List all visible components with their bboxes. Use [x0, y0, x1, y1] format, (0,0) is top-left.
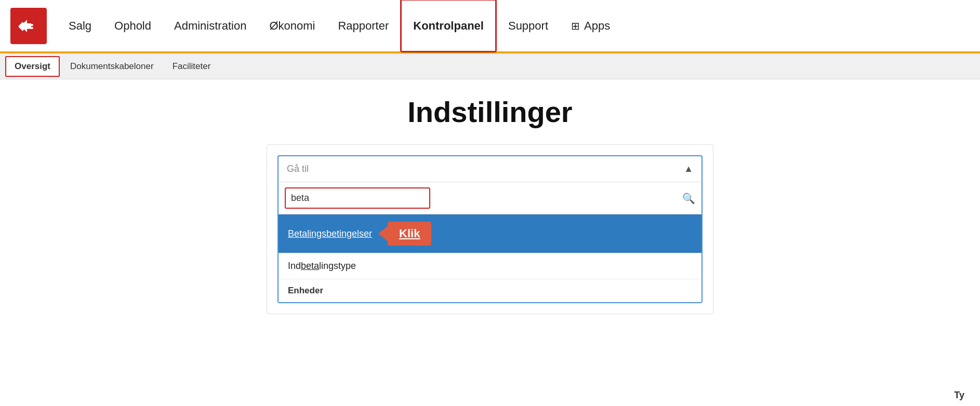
- nav-item-ophold[interactable]: Ophold: [103, 0, 163, 52]
- subnav-item-dokumentskabeloner[interactable]: Dokumentskabeloner: [62, 56, 162, 77]
- search-input[interactable]: [285, 187, 430, 209]
- apps-grid-icon: ⊞: [571, 20, 580, 32]
- search-icon: 🔍: [682, 192, 695, 205]
- nav-item-apps[interactable]: ⊞ Apps: [560, 0, 621, 52]
- page-title: Indstillinger: [21, 95, 959, 129]
- subnav-item-oversigt[interactable]: Oversigt: [5, 56, 60, 77]
- nav-items: Salg Ophold Administration Økonomi Rappo…: [57, 0, 970, 52]
- logo[interactable]: ⇐: [10, 8, 47, 44]
- subnav: Oversigt Dokumentskabeloner Faciliteter: [0, 53, 980, 79]
- dropdown-label: Gå til: [287, 164, 309, 174]
- subnav-item-faciliteter[interactable]: Faciliteter: [164, 56, 219, 77]
- dropdown-container: Gå til ▲ 🔍 Betalingsbetingelser Klik Ind…: [277, 155, 703, 303]
- dropdown-item-indbetalingstype[interactable]: Indbetalingstype: [279, 253, 701, 279]
- navbar: ⇐ Salg Ophold Administration Økonomi Rap…: [0, 0, 980, 53]
- dropdown-search-row: 🔍: [279, 182, 701, 214]
- nav-item-administration[interactable]: Administration: [163, 0, 258, 52]
- nav-item-salg[interactable]: Salg: [57, 0, 103, 52]
- dropdown-item-betalingsbetingelser[interactable]: Betalingsbetingelser Klik: [279, 214, 701, 253]
- nav-item-rapporter[interactable]: Rapporter: [326, 0, 400, 52]
- nav-item-support[interactable]: Support: [497, 0, 560, 52]
- dropdown-arrow-icon: ▲: [684, 164, 693, 174]
- item-label-indbetalingstype: Indbetalingstype: [288, 261, 356, 272]
- main-content: Indstillinger Gå til ▲ 🔍 Betalingsbeting…: [0, 79, 980, 330]
- bottom-right-label: Ty: [954, 390, 964, 401]
- svg-text:⇐: ⇐: [18, 16, 33, 37]
- klik-badge: Klik: [388, 222, 431, 246]
- nav-item-kontrolpanel[interactable]: Kontrolpanel: [400, 0, 497, 52]
- nav-item-okonomi[interactable]: Økonomi: [258, 0, 326, 52]
- dropdown-item-enheder[interactable]: Enheder: [279, 279, 701, 302]
- item-label-selected: Betalingsbetingelser: [288, 228, 372, 239]
- settings-card: Gå til ▲ 🔍 Betalingsbetingelser Klik Ind…: [267, 144, 713, 314]
- dropdown-header[interactable]: Gå til ▲: [279, 156, 701, 182]
